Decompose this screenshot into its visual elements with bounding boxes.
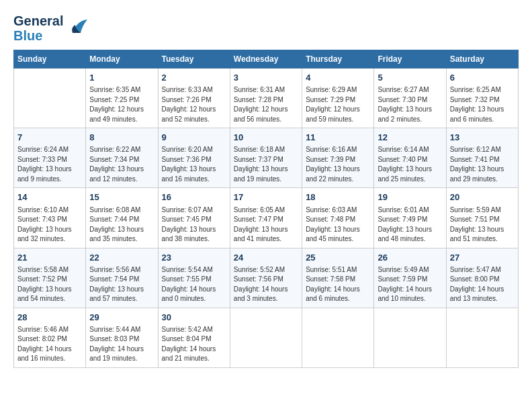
day-info: Sunrise: 5:56 AM Sunset: 7:54 PM Dayligh…	[89, 265, 154, 304]
day-info: Sunrise: 6:05 AM Sunset: 7:47 PM Dayligh…	[234, 205, 298, 244]
day-info: Sunrise: 6:18 AM Sunset: 7:37 PM Dayligh…	[234, 145, 298, 184]
day-info: Sunrise: 6:07 AM Sunset: 7:45 PM Dayligh…	[162, 205, 226, 244]
day-info: Sunrise: 6:14 AM Sunset: 7:40 PM Dayligh…	[378, 145, 442, 184]
day-info: Sunrise: 5:49 AM Sunset: 7:59 PM Dayligh…	[378, 265, 442, 304]
week-row-4: 21Sunrise: 5:58 AM Sunset: 7:52 PM Dayli…	[14, 248, 519, 308]
week-row-1: 1Sunrise: 6:35 AM Sunset: 7:25 PM Daylig…	[14, 68, 519, 128]
header: General Blue	[13, 13, 519, 43]
calendar-cell: 2Sunrise: 6:33 AM Sunset: 7:26 PM Daylig…	[158, 68, 230, 128]
day-number: 6	[450, 72, 515, 84]
day-info: Sunrise: 6:24 AM Sunset: 7:33 PM Dayligh…	[17, 145, 82, 184]
calendar-cell: 10Sunrise: 6:18 AM Sunset: 7:37 PM Dayli…	[230, 128, 302, 188]
calendar-cell: 28Sunrise: 5:46 AM Sunset: 8:02 PM Dayli…	[14, 308, 86, 367]
column-header-saturday: Saturday	[446, 50, 518, 68]
day-info: Sunrise: 6:35 AM Sunset: 7:25 PM Dayligh…	[89, 85, 154, 124]
day-number: 29	[89, 312, 154, 324]
day-number: 5	[378, 72, 442, 84]
day-info: Sunrise: 5:51 AM Sunset: 7:58 PM Dayligh…	[306, 265, 370, 304]
day-number: 23	[162, 252, 226, 264]
day-number: 12	[378, 132, 442, 144]
day-number: 20	[450, 191, 515, 203]
calendar-cell: 21Sunrise: 5:58 AM Sunset: 7:52 PM Dayli…	[14, 248, 86, 308]
calendar-cell: 15Sunrise: 6:08 AM Sunset: 7:44 PM Dayli…	[86, 188, 158, 248]
day-info: Sunrise: 6:31 AM Sunset: 7:28 PM Dayligh…	[234, 85, 298, 124]
calendar-cell: 22Sunrise: 5:56 AM Sunset: 7:54 PM Dayli…	[86, 248, 158, 308]
calendar-cell	[14, 68, 86, 128]
calendar-cell: 3Sunrise: 6:31 AM Sunset: 7:28 PM Daylig…	[230, 68, 302, 128]
logo-general: General	[13, 13, 63, 28]
calendar-cell: 1Sunrise: 6:35 AM Sunset: 7:25 PM Daylig…	[86, 68, 158, 128]
day-number: 16	[162, 191, 226, 203]
calendar-cell: 29Sunrise: 5:44 AM Sunset: 8:03 PM Dayli…	[86, 308, 158, 367]
calendar-cell: 27Sunrise: 5:47 AM Sunset: 8:00 PM Dayli…	[446, 248, 518, 308]
day-number: 14	[17, 191, 82, 203]
day-info: Sunrise: 5:58 AM Sunset: 7:52 PM Dayligh…	[17, 265, 82, 304]
column-header-tuesday: Tuesday	[158, 50, 230, 68]
column-header-monday: Monday	[86, 50, 158, 68]
calendar-cell	[230, 308, 302, 367]
day-info: Sunrise: 6:01 AM Sunset: 7:49 PM Dayligh…	[378, 205, 442, 244]
calendar-cell: 26Sunrise: 5:49 AM Sunset: 7:59 PM Dayli…	[374, 248, 446, 308]
day-info: Sunrise: 5:47 AM Sunset: 8:00 PM Dayligh…	[450, 265, 515, 304]
header-row: SundayMondayTuesdayWednesdayThursdayFrid…	[14, 50, 519, 68]
calendar-cell: 19Sunrise: 6:01 AM Sunset: 7:49 PM Dayli…	[374, 188, 446, 248]
calendar-cell: 20Sunrise: 5:59 AM Sunset: 7:51 PM Dayli…	[446, 188, 518, 248]
day-number: 30	[162, 312, 226, 324]
calendar-cell: 5Sunrise: 6:27 AM Sunset: 7:30 PM Daylig…	[374, 68, 446, 128]
calendar-cell: 25Sunrise: 5:51 AM Sunset: 7:58 PM Dayli…	[302, 248, 374, 308]
calendar-cell	[302, 308, 374, 367]
week-row-2: 7Sunrise: 6:24 AM Sunset: 7:33 PM Daylig…	[14, 128, 519, 188]
day-number: 25	[306, 252, 370, 264]
day-number: 10	[234, 132, 298, 144]
calendar-cell: 4Sunrise: 6:29 AM Sunset: 7:29 PM Daylig…	[302, 68, 374, 128]
calendar-table: SundayMondayTuesdayWednesdayThursdayFrid…	[13, 50, 519, 368]
day-number: 26	[378, 252, 442, 264]
day-number: 21	[17, 252, 82, 264]
day-info: Sunrise: 6:29 AM Sunset: 7:29 PM Dayligh…	[306, 85, 370, 124]
logo-blue: Blue	[13, 28, 63, 43]
calendar-cell: 11Sunrise: 6:16 AM Sunset: 7:39 PM Dayli…	[302, 128, 374, 188]
column-header-thursday: Thursday	[302, 50, 374, 68]
day-number: 22	[89, 252, 154, 264]
day-info: Sunrise: 6:10 AM Sunset: 7:43 PM Dayligh…	[17, 205, 82, 244]
calendar-cell: 24Sunrise: 5:52 AM Sunset: 7:56 PM Dayli…	[230, 248, 302, 308]
calendar-cell: 13Sunrise: 6:12 AM Sunset: 7:41 PM Dayli…	[446, 128, 518, 188]
day-info: Sunrise: 6:27 AM Sunset: 7:30 PM Dayligh…	[378, 85, 442, 124]
day-number: 7	[17, 132, 82, 144]
day-info: Sunrise: 6:12 AM Sunset: 7:41 PM Dayligh…	[450, 145, 515, 184]
calendar-cell: 30Sunrise: 5:42 AM Sunset: 8:04 PM Dayli…	[158, 308, 230, 367]
day-info: Sunrise: 5:44 AM Sunset: 8:03 PM Dayligh…	[89, 325, 154, 364]
logo-bird-icon	[67, 14, 91, 43]
day-number: 4	[306, 72, 370, 84]
day-info: Sunrise: 5:54 AM Sunset: 7:55 PM Dayligh…	[162, 265, 226, 304]
calendar-cell: 17Sunrise: 6:05 AM Sunset: 7:47 PM Dayli…	[230, 188, 302, 248]
calendar-cell: 12Sunrise: 6:14 AM Sunset: 7:40 PM Dayli…	[374, 128, 446, 188]
day-info: Sunrise: 6:25 AM Sunset: 7:32 PM Dayligh…	[450, 85, 515, 124]
day-number: 24	[234, 252, 298, 264]
day-number: 8	[89, 132, 154, 144]
column-header-wednesday: Wednesday	[230, 50, 302, 68]
day-info: Sunrise: 5:59 AM Sunset: 7:51 PM Dayligh…	[450, 205, 515, 244]
column-header-friday: Friday	[374, 50, 446, 68]
column-header-sunday: Sunday	[14, 50, 86, 68]
day-number: 15	[89, 191, 154, 203]
day-number: 19	[378, 191, 442, 203]
day-info: Sunrise: 6:08 AM Sunset: 7:44 PM Dayligh…	[89, 205, 154, 244]
day-info: Sunrise: 6:22 AM Sunset: 7:34 PM Dayligh…	[89, 145, 154, 184]
day-number: 9	[162, 132, 226, 144]
calendar-cell: 16Sunrise: 6:07 AM Sunset: 7:45 PM Dayli…	[158, 188, 230, 248]
day-number: 13	[450, 132, 515, 144]
calendar-cell	[446, 308, 518, 367]
day-info: Sunrise: 5:46 AM Sunset: 8:02 PM Dayligh…	[17, 325, 82, 364]
calendar-cell: 14Sunrise: 6:10 AM Sunset: 7:43 PM Dayli…	[14, 188, 86, 248]
day-number: 11	[306, 132, 370, 144]
calendar-cell: 7Sunrise: 6:24 AM Sunset: 7:33 PM Daylig…	[14, 128, 86, 188]
calendar-cell: 18Sunrise: 6:03 AM Sunset: 7:48 PM Dayli…	[302, 188, 374, 248]
day-number: 18	[306, 191, 370, 203]
day-info: Sunrise: 6:20 AM Sunset: 7:36 PM Dayligh…	[162, 145, 226, 184]
week-row-3: 14Sunrise: 6:10 AM Sunset: 7:43 PM Dayli…	[14, 188, 519, 248]
day-number: 3	[234, 72, 298, 84]
calendar-cell: 23Sunrise: 5:54 AM Sunset: 7:55 PM Dayli…	[158, 248, 230, 308]
week-row-5: 28Sunrise: 5:46 AM Sunset: 8:02 PM Dayli…	[14, 308, 519, 367]
calendar-cell: 8Sunrise: 6:22 AM Sunset: 7:34 PM Daylig…	[86, 128, 158, 188]
